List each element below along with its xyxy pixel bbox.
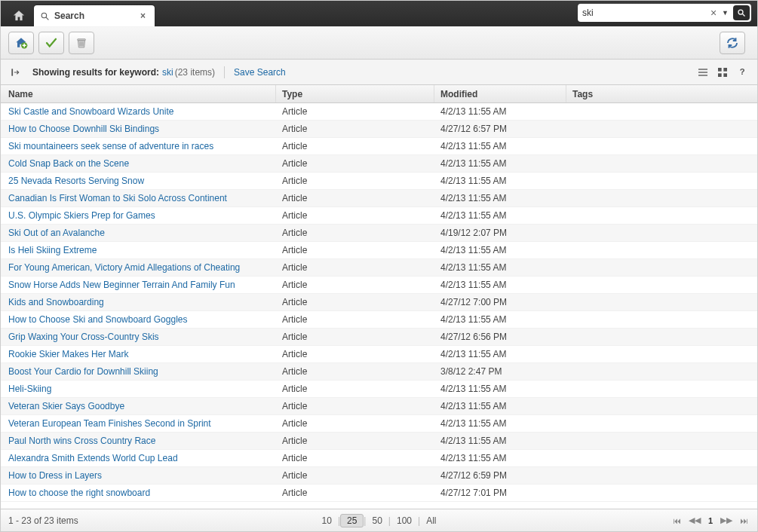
home-button[interactable] <box>5 5 32 26</box>
table-row: Heli-SkiingArticle4/2/13 11:55 AM <box>1 381 757 398</box>
results-keyword: ski <box>162 67 173 78</box>
item-link[interactable]: Veteran European Team Finishes Second in… <box>8 418 211 429</box>
item-type: Article <box>276 349 434 359</box>
tab-search[interactable]: Search × <box>34 5 155 26</box>
page-size-All[interactable]: All <box>420 515 442 526</box>
table-row: Canadian Is First Woman to Ski Solo Acro… <box>1 190 757 207</box>
delete-button[interactable] <box>69 32 94 54</box>
page-nav: ⏮ ◀◀ 1 ▶▶ ⏭ <box>671 515 750 525</box>
item-link[interactable]: Cold Snap Back on the Scene <box>8 158 129 169</box>
item-link[interactable]: How to Choose Ski and Snowboard Goggles <box>8 314 187 325</box>
page-size-25[interactable]: 25 <box>340 514 364 527</box>
table-row: Cold Snap Back on the SceneArticle4/2/13… <box>1 155 757 173</box>
item-type: Article <box>276 384 434 394</box>
item-modified: 4/27/12 7:01 PM <box>434 488 566 498</box>
item-link[interactable]: How to Choose Downhill Ski Bindings <box>8 124 159 134</box>
item-modified: 3/8/12 2:47 PM <box>434 366 566 377</box>
col-type[interactable]: Type <box>276 85 434 102</box>
item-link[interactable]: 25 Nevada Resorts Serving Snow <box>8 176 144 186</box>
item-link[interactable]: Is Heli Skiing Extreme <box>8 245 97 255</box>
last-page-icon[interactable]: ⏭ <box>738 516 750 525</box>
col-name[interactable]: Name <box>1 85 276 102</box>
svg-rect-5 <box>78 38 86 40</box>
item-link[interactable]: Boost Your Cardio for Downhill Skiing <box>8 366 158 377</box>
item-modified: 4/2/13 11:55 AM <box>434 210 566 221</box>
topbar: Search × × ▼ <box>1 1 757 26</box>
item-link[interactable]: Kids and Snowboarding <box>8 297 104 307</box>
search-dropdown-icon[interactable]: ▼ <box>719 9 732 17</box>
toolbar <box>1 26 757 60</box>
table-row: Ski Out of an AvalancheArticle4/19/12 2:… <box>1 225 757 242</box>
item-type: Article <box>276 210 434 221</box>
item-link[interactable]: Canadian Is First Woman to Ski Solo Acro… <box>8 193 227 203</box>
item-modified: 4/2/13 11:55 AM <box>434 158 566 169</box>
item-type: Article <box>276 106 434 117</box>
list-view-icon[interactable] <box>695 65 710 80</box>
table-row: Rookie Skier Makes Her MarkArticle4/2/13… <box>1 346 757 363</box>
item-type: Article <box>276 332 434 342</box>
item-modified: 4/27/12 6:59 PM <box>434 470 566 481</box>
current-page: 1 <box>707 516 714 525</box>
item-link[interactable]: Ski mountaineers seek sense of adventure… <box>8 141 213 151</box>
page-size-100[interactable]: 100 <box>391 515 418 526</box>
refresh-icon <box>726 36 739 50</box>
item-link[interactable]: Snow Horse Adds New Beginner Terrain And… <box>8 280 235 290</box>
tab-label: Search <box>54 11 137 21</box>
table-body: Ski Castle and Snowboard Wizards UniteAr… <box>1 103 757 503</box>
item-link[interactable]: For Young American, Victory Amid Allegat… <box>8 262 240 273</box>
table-row: Ski mountaineers seek sense of adventure… <box>1 138 757 155</box>
item-type: Article <box>276 297 434 307</box>
item-type: Article <box>276 314 434 325</box>
item-type: Article <box>276 158 434 169</box>
item-link[interactable]: Rookie Skier Makes Her Mark <box>8 349 128 359</box>
table-row: Veteran European Team Finishes Second in… <box>1 415 757 433</box>
search-input[interactable] <box>582 8 708 18</box>
col-tags[interactable]: Tags <box>566 85 757 102</box>
item-link[interactable]: Alexandra Smith Extends World Cup Lead <box>8 453 178 463</box>
prev-page-icon[interactable]: ◀◀ <box>687 515 702 525</box>
svg-rect-11 <box>698 72 707 72</box>
help-icon[interactable]: ? <box>735 65 750 80</box>
results-label: Showing results for keyword: <box>32 67 159 78</box>
col-modified[interactable]: Modified <box>434 85 566 102</box>
item-modified: 4/2/13 11:55 AM <box>434 106 566 117</box>
table-row: How to Dress in LayersArticle4/27/12 6:5… <box>1 467 757 485</box>
close-icon[interactable]: × <box>137 11 149 21</box>
item-type: Article <box>276 228 434 238</box>
svg-rect-16 <box>723 73 727 77</box>
item-link[interactable]: Ski Castle and Snowboard Wizards Unite <box>8 106 173 117</box>
save-search-link[interactable]: Save Search <box>234 67 286 78</box>
page-size-10[interactable]: 10 <box>316 515 338 526</box>
item-link[interactable]: How to Dress in Layers <box>8 470 102 481</box>
svg-rect-14 <box>723 68 727 72</box>
svg-line-3 <box>743 14 745 17</box>
item-link[interactable]: U.S. Olympic Skiers Prep for Games <box>8 210 155 221</box>
approve-button[interactable] <box>38 32 64 54</box>
collapse-icon[interactable] <box>8 66 22 79</box>
next-page-icon[interactable]: ▶▶ <box>719 515 734 525</box>
item-type: Article <box>276 488 434 498</box>
item-link[interactable]: Grip Waxing Your Cross-Country Skis <box>8 332 159 342</box>
table-row: Snow Horse Adds New Beginner Terrain And… <box>1 277 757 294</box>
refresh-button[interactable] <box>720 32 745 54</box>
svg-line-1 <box>46 17 48 20</box>
check-icon <box>44 36 58 50</box>
item-modified: 4/27/12 6:56 PM <box>434 332 566 342</box>
item-link[interactable]: Veteran Skier Says Goodbye <box>8 401 124 411</box>
page-size-50[interactable]: 50 <box>366 515 388 526</box>
item-link[interactable]: Ski Out of an Avalanche <box>8 228 105 238</box>
item-link[interactable]: Heli-Skiing <box>8 384 51 394</box>
first-page-icon[interactable]: ⏮ <box>671 516 683 525</box>
item-link[interactable]: How to choose the right snowboard <box>8 488 150 498</box>
item-modified: 4/2/13 11:55 AM <box>434 141 566 151</box>
add-button[interactable] <box>8 32 34 54</box>
item-link[interactable]: Paul North wins Cross Country Race <box>8 436 155 446</box>
svg-rect-9 <box>11 69 13 75</box>
grid-view-icon[interactable] <box>715 65 730 80</box>
global-search: × ▼ <box>578 4 751 22</box>
item-modified: 4/2/13 11:55 AM <box>434 418 566 429</box>
search-button[interactable] <box>733 5 750 20</box>
results-count: (23 items) <box>175 67 215 78</box>
clear-icon[interactable]: × <box>708 7 719 19</box>
svg-rect-10 <box>698 69 707 69</box>
